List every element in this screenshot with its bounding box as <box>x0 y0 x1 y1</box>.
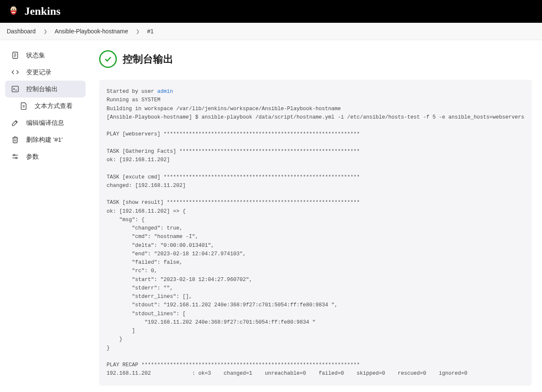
svg-rect-3 <box>12 12 15 13</box>
top-header: Jenkins <box>0 0 542 23</box>
sidebar: 状态集 变更记录 控制台输出 文本方式查看 编辑编译信息 <box>0 40 91 392</box>
sidebar-item-changes[interactable]: 变更记录 <box>5 64 86 81</box>
page-title: 控制台输出 <box>123 52 173 66</box>
svg-point-17 <box>13 154 15 156</box>
breadcrumb-build[interactable]: #1 <box>147 28 154 35</box>
sidebar-item-label: 变更记录 <box>26 68 51 76</box>
sidebar-item-label: 文本方式查看 <box>35 102 73 110</box>
svg-point-1 <box>12 8 13 9</box>
console-started-prefix: Started by user <box>107 89 157 95</box>
sidebar-item-deletebuild[interactable]: 删除构建 '#1' <box>5 131 86 148</box>
console-user-link[interactable]: admin <box>157 89 173 95</box>
chevron-right-icon: ❯ <box>136 29 140 34</box>
sidebar-item-params[interactable]: 参数 <box>5 148 86 165</box>
terminal-icon <box>11 85 19 93</box>
edit-icon <box>11 119 19 127</box>
console-output: Started by user admin Running as SYSTEM … <box>99 80 532 386</box>
breadcrumb: Dashboard ❯ Ansible-Playbook-hostname ❯ … <box>0 23 542 40</box>
breadcrumb-dashboard[interactable]: Dashboard <box>7 28 36 35</box>
sidebar-item-label: 控制台输出 <box>26 85 58 93</box>
sidebar-item-textview[interactable]: 文本方式查看 <box>5 97 86 114</box>
svg-rect-8 <box>12 86 19 92</box>
jenkins-logo-icon <box>7 4 20 19</box>
page-header: 控制台输出 <box>99 50 532 68</box>
console-body: Running as SYSTEM Building in workspace … <box>107 97 524 376</box>
breadcrumb-job[interactable]: Ansible-Playbook-hostname <box>55 28 128 35</box>
code-icon <box>11 68 19 76</box>
success-check-icon <box>99 50 117 68</box>
main-layout: 状态集 变更记录 控制台输出 文本方式查看 编辑编译信息 <box>0 40 542 392</box>
sidebar-item-label: 编辑编译信息 <box>26 119 64 127</box>
sidebar-item-console[interactable]: 控制台输出 <box>5 81 86 97</box>
sidebar-item-label: 状态集 <box>26 51 45 59</box>
chevron-right-icon: ❯ <box>43 29 47 34</box>
logo-area[interactable]: Jenkins <box>7 4 60 19</box>
sidebar-item-label: 参数 <box>26 153 39 161</box>
file-text-icon <box>19 102 28 110</box>
sidebar-item-status[interactable]: 状态集 <box>5 47 86 64</box>
document-icon <box>11 51 19 59</box>
svg-point-2 <box>14 8 15 9</box>
app-title: Jenkins <box>24 5 60 18</box>
trash-icon <box>11 135 19 144</box>
sidebar-item-editbuild[interactable]: 编辑编译信息 <box>5 114 86 131</box>
main-content: 控制台输出 Started by user admin Running as S… <box>91 40 542 392</box>
svg-point-18 <box>16 157 17 159</box>
sidebar-item-label: 删除构建 '#1' <box>26 136 63 144</box>
sliders-icon <box>11 152 19 161</box>
